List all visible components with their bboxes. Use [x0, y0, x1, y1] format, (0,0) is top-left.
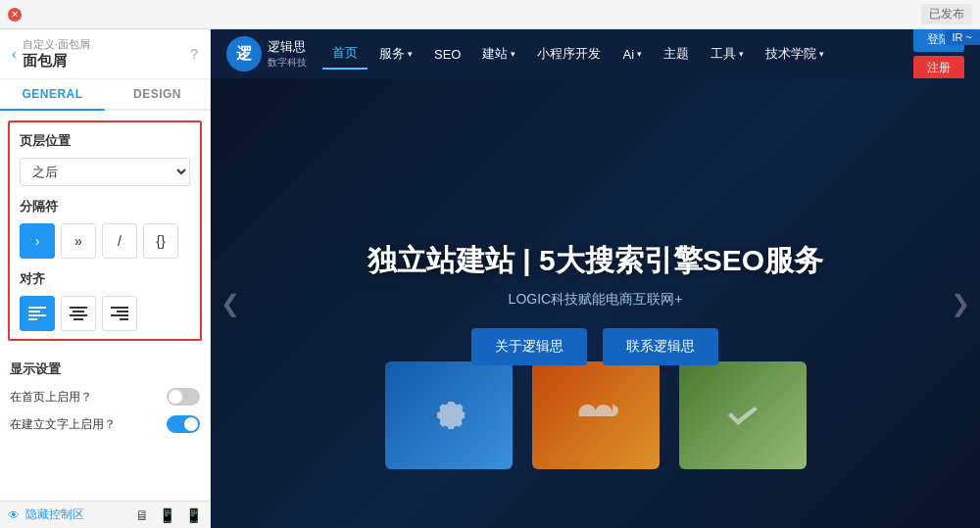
nav-item-build[interactable]: 建站 ▾: [472, 39, 525, 69]
nav-items: 首页 服务 ▾ SEO 建站 ▾ 小程序开发 Ai ▾ 主题 工具 ▾ 技术学院…: [322, 38, 913, 70]
eye-icon: 👁: [8, 508, 20, 522]
svg-rect-5: [73, 311, 84, 312]
homepage-toggle-row: 在首页上启用？: [10, 388, 200, 406]
nav-logo: 逻 逻辑思 数字科技: [226, 36, 307, 72]
nav-item-tools[interactable]: 工具 ▾: [701, 39, 754, 69]
nav-item-services[interactable]: 服务 ▾: [369, 39, 422, 69]
sep-chevron-button[interactable]: ›: [20, 223, 55, 259]
desktop-icon[interactable]: 🖥: [135, 507, 149, 523]
separator-label: 分隔符: [20, 198, 190, 216]
hero-section: ❮ ❯ 独立站建站 | 5大搜索引擎SEO服务 LOGIC科技赋能电商互联网+ …: [211, 78, 980, 528]
align-label: 对齐: [20, 270, 190, 288]
nav-item-home[interactable]: 首页: [322, 38, 368, 70]
nav-item-theme[interactable]: 主题: [654, 39, 699, 69]
next-chevron[interactable]: ❯: [951, 290, 970, 317]
show-text-toggle-label: 在建立文字上启用？: [10, 416, 116, 433]
svg-rect-8: [111, 307, 128, 309]
register-button[interactable]: 注册: [913, 56, 964, 80]
nav-item-miniapp[interactable]: 小程序开发: [527, 39, 611, 69]
breadcrumb-section: 自定义·面包屑 面包屑: [23, 37, 185, 71]
svg-rect-4: [70, 307, 87, 309]
left-panel: ‹ 自定义·面包屑 面包屑 ? GENERAL DESIGN 页层位置 之后 之…: [0, 29, 211, 528]
svg-rect-2: [28, 314, 46, 316]
svg-rect-3: [28, 318, 37, 320]
position-label: 页层位置: [20, 132, 190, 150]
panel-tabs: GENERAL DESIGN: [0, 79, 210, 111]
sep-slash-button[interactable]: /: [102, 223, 137, 259]
sep-brace-button[interactable]: {}: [143, 223, 178, 259]
breadcrumb-path: 自定义·面包屑: [23, 37, 185, 52]
panel-content: 页层位置 之后 之前 内部 分隔符 › » / {} 对齐: [0, 111, 210, 501]
hero-content: 独立站建站 | 5大搜索引擎SEO服务 LOGIC科技赋能电商互联网+ 关于逻辑…: [368, 241, 823, 365]
hidden-control-label: 隐藏控制区: [25, 506, 84, 523]
svg-rect-11: [120, 318, 128, 320]
panel-header: ‹ 自定义·面包屑 面包屑 ?: [0, 29, 210, 79]
settings-section-box: 页层位置 之后 之前 内部 分隔符 › » / {} 对齐: [8, 120, 202, 341]
align-buttons: [20, 296, 190, 331]
prev-chevron[interactable]: ❮: [220, 290, 240, 317]
display-settings: 显示设置 在首页上启用？ 在建立文字上启用？: [0, 351, 210, 433]
ir-badge: IR ~: [945, 29, 980, 45]
bottom-toolbar: 👁 隐藏控制区 🖥 📱 📱: [0, 501, 210, 528]
mobile-icon[interactable]: 📱: [185, 507, 202, 523]
gear-icon: [424, 391, 473, 440]
sep-double-chevron-button[interactable]: »: [61, 223, 96, 259]
position-select[interactable]: 之后 之前 内部: [20, 158, 190, 186]
back-button[interactable]: ‹: [12, 46, 17, 62]
svg-rect-10: [111, 314, 128, 316]
tab-general[interactable]: GENERAL: [0, 79, 105, 111]
show-text-toggle[interactable]: [167, 415, 200, 433]
svg-rect-1: [28, 311, 40, 312]
check-icon: [718, 391, 767, 440]
published-badge: 已发布: [921, 4, 972, 24]
hidden-control[interactable]: 👁 隐藏控制区: [8, 506, 84, 523]
website-nav: 逻 逻辑思 数字科技 首页 服务 ▾ SEO 建站 ▾ 小程序开发 Ai ▾ 主…: [211, 29, 980, 78]
about-button[interactable]: 关于逻辑思: [471, 328, 587, 365]
website-preview: IR ~ 逻 逻辑思 数字科技 首页 服务 ▾ SEO 建站 ▾ 小程序开发 A…: [211, 29, 980, 528]
nav-item-seo[interactable]: SEO: [424, 41, 470, 68]
nav-item-academy[interactable]: 技术学院 ▾: [756, 39, 834, 69]
show-text-toggle-row: 在建立文字上启用？: [10, 415, 200, 433]
logo-main: 逻辑思: [268, 39, 307, 56]
homepage-toggle[interactable]: [167, 388, 200, 406]
tab-design[interactable]: DESIGN: [105, 79, 210, 109]
align-left-button[interactable]: [20, 296, 55, 331]
align-center-button[interactable]: [61, 296, 96, 331]
svg-rect-7: [74, 318, 83, 320]
contact-button[interactable]: 联系逻辑思: [603, 328, 718, 365]
svg-rect-9: [117, 311, 128, 312]
bottom-icons: 🖥 📱 📱: [135, 507, 202, 523]
cloud-icon: [568, 396, 623, 435]
deco-box-olive: [679, 361, 807, 469]
logo-sub: 数字科技: [268, 56, 307, 69]
deco-box-orange: [532, 361, 660, 469]
deco-box-blue: [385, 361, 513, 469]
hero-title: 独立站建站 | 5大搜索引擎SEO服务: [368, 241, 823, 281]
main-layout: ‹ 自定义·面包屑 面包屑 ? GENERAL DESIGN 页层位置 之后 之…: [0, 29, 980, 528]
svg-rect-0: [28, 307, 46, 309]
homepage-toggle-label: 在首页上启用？: [10, 389, 92, 406]
panel-title: 面包屑: [23, 52, 185, 71]
display-label: 显示设置: [10, 360, 200, 378]
svg-rect-6: [70, 314, 87, 316]
separator-buttons: › » / {}: [20, 223, 190, 259]
deco-boxes: [385, 361, 807, 469]
top-bar: ✕ 已发布: [0, 0, 980, 29]
tablet-icon[interactable]: 📱: [159, 507, 175, 523]
align-right-button[interactable]: [102, 296, 137, 331]
help-icon[interactable]: ?: [190, 46, 198, 62]
logo-text: 逻辑思 数字科技: [268, 39, 307, 69]
hero-subtitle: LOGIC科技赋能电商互联网+: [368, 291, 823, 309]
hero-buttons: 关于逻辑思 联系逻辑思: [368, 328, 823, 365]
logo-icon: 逻: [226, 36, 262, 72]
close-button[interactable]: ✕: [8, 8, 22, 22]
nav-item-ai[interactable]: Ai ▾: [612, 41, 652, 68]
